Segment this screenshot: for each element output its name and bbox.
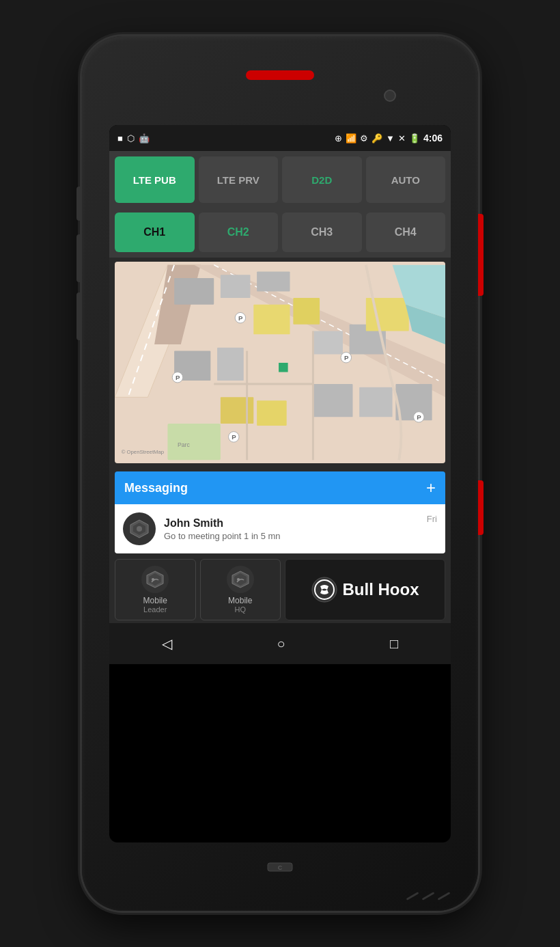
grip-texture — [406, 895, 451, 897]
mobile-label-1: Mobile — [143, 596, 167, 605]
message-time: Fri — [427, 514, 437, 524]
tab-lte-prv[interactable]: LTE PRV — [199, 156, 279, 203]
message-text: Go to meeting point 1 in 5 mn — [164, 531, 419, 541]
map-view[interactable]: P P P P P © OpenStreetMap Parc — [115, 262, 445, 463]
svg-rect-16 — [253, 305, 290, 335]
mode-tabs-row: LTE PUB LTE PRV D2D AUTO — [109, 151, 451, 208]
clock: 4:06 — [423, 133, 443, 143]
svg-rect-14 — [313, 331, 343, 355]
tab-ch1[interactable]: CH1 — [115, 212, 195, 252]
channel-tabs-row: CH1 CH2 CH3 CH4 — [109, 208, 451, 258]
svg-rect-36 — [279, 363, 288, 372]
signal-icon: 📶 — [346, 133, 356, 143]
svg-text:P: P — [417, 413, 421, 421]
tab-lte-pub[interactable]: LTE PUB — [115, 156, 195, 203]
svg-text:P: P — [176, 374, 180, 381]
volume-down-button[interactable] — [76, 234, 82, 282]
phone-device: ■ ⬡ 🤖 ⊕ 📶 ⚙ 🔑 ▼ ✕ 🔋 4:06 LTE PUB — [82, 36, 478, 911]
side-button-right[interactable] — [478, 480, 484, 535]
svg-point-49 — [312, 577, 337, 602]
bottom-bar: Mobile Leader Mobile HQ — [115, 559, 445, 620]
bullhoox-logo-icon — [311, 577, 337, 603]
home-button[interactable]: ○ — [263, 629, 298, 659]
icon-hexagon: ⬡ — [127, 133, 135, 143]
svg-point-42 — [137, 526, 142, 532]
svg-text:P: P — [238, 314, 243, 322]
message-item[interactable]: John Smith Go to meeting point 1 in 5 mn… — [115, 504, 445, 553]
svg-rect-6 — [174, 278, 214, 305]
wifi-icon: ▼ — [386, 133, 395, 143]
nosignal-icon: ✕ — [398, 133, 406, 143]
svg-rect-19 — [221, 397, 253, 424]
status-icons-left: ■ ⬡ 🤖 — [117, 133, 150, 143]
tab-d2d[interactable]: D2D — [282, 156, 362, 203]
hq-sublabel: HQ — [235, 605, 247, 614]
svg-rect-12 — [359, 387, 392, 417]
svg-text:P: P — [344, 354, 349, 361]
status-icons-right: ⊕ 📶 ⚙ 🔑 ▼ ✕ 🔋 4:06 — [335, 133, 443, 143]
messaging-title: Messaging — [124, 481, 188, 495]
svg-rect-20 — [257, 400, 287, 426]
location-icon: ⊕ — [335, 133, 342, 143]
svg-rect-18 — [366, 298, 409, 331]
mobile-label-2: Mobile — [228, 596, 252, 605]
leader-sublabel: Leader — [143, 605, 167, 614]
back-button[interactable]: ◁ — [148, 629, 186, 659]
icon-square: ■ — [117, 133, 123, 143]
svg-text:Parc: Parc — [178, 441, 191, 448]
front-camera — [384, 90, 396, 102]
battery-icon: 🔋 — [409, 133, 420, 143]
tab-ch3[interactable]: CH3 — [282, 212, 362, 252]
svg-text:C: C — [278, 864, 283, 871]
bullhoox-brand: Bull Hoox — [311, 577, 419, 603]
mobile-hq-icon — [227, 566, 254, 593]
svg-rect-8 — [257, 271, 290, 291]
nav-bar: ◁ ○ □ — [109, 623, 451, 664]
screen: ■ ⬡ 🤖 ⊕ 📶 ⚙ 🔑 ▼ ✕ 🔋 4:06 LTE PUB — [109, 125, 451, 842]
icon-android: 🤖 — [139, 133, 150, 143]
tab-ch4[interactable]: CH4 — [366, 212, 446, 252]
power-button[interactable] — [478, 214, 484, 296]
tab-auto[interactable]: AUTO — [366, 156, 446, 203]
sender-name: John Smith — [164, 517, 419, 530]
svg-rect-11 — [313, 384, 352, 417]
bullhoox-button[interactable]: Bull Hoox — [285, 559, 445, 620]
mobile-leader-icon — [141, 566, 169, 593]
svg-rect-10 — [217, 348, 244, 381]
top-accent — [246, 70, 314, 80]
bullhoox-name: Bull Hoox — [343, 580, 419, 599]
svg-rect-7 — [221, 275, 251, 298]
mobile-hq-button[interactable]: Mobile HQ — [200, 559, 281, 620]
ptt-button[interactable] — [76, 292, 82, 340]
add-message-button[interactable]: + — [426, 478, 436, 497]
messaging-header: Messaging + — [115, 471, 445, 504]
tab-ch2[interactable]: CH2 — [199, 212, 279, 252]
key-icon: 🔑 — [372, 133, 382, 143]
avatar — [123, 512, 156, 545]
svg-rect-17 — [293, 298, 320, 325]
phone-brand-logo: C — [266, 860, 294, 877]
svg-rect-38 — [167, 424, 220, 460]
volume-up-button[interactable] — [76, 187, 82, 221]
recent-button[interactable]: □ — [376, 629, 412, 659]
app-screen: LTE PUB LTE PRV D2D AUTO CH1 CH2 — [109, 151, 451, 664]
status-bar: ■ ⬡ 🤖 ⊕ 📶 ⚙ 🔑 ▼ ✕ 🔋 4:06 — [109, 125, 451, 151]
settings-icon: ⚙ — [360, 133, 368, 143]
svg-text:P: P — [232, 433, 236, 441]
message-content: John Smith Go to meeting point 1 in 5 mn — [164, 517, 419, 541]
mobile-leader-button[interactable]: Mobile Leader — [115, 559, 196, 620]
svg-text:© OpenStreetMap: © OpenStreetMap — [122, 449, 164, 455]
